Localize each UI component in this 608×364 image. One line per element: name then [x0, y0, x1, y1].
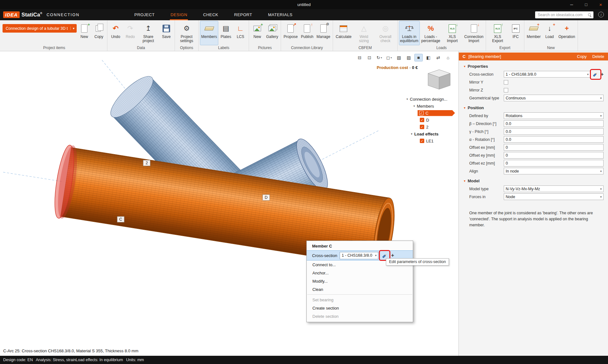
context-add-cross-section-button[interactable]: + — [391, 253, 394, 258]
selected-tree-item[interactable]: ✓ C — [418, 110, 455, 116]
tree-item-le1[interactable]: ✓ LE1 — [406, 137, 458, 144]
ribbon-group-new: + Member ↓+ Load + Operation New — [524, 20, 578, 51]
flip-view-icon[interactable]: ⇄ — [434, 54, 442, 61]
member-label-c[interactable]: C — [117, 217, 124, 222]
info-icon[interactable]: i — [598, 12, 604, 17]
publish-button[interactable]: ↑ Publish — [300, 21, 315, 45]
project-item-dropdown[interactable]: Connection design of a tubular 3D t ▾ — [3, 24, 77, 33]
navigation-cube[interactable] — [428, 70, 450, 89]
new-picture-button[interactable]: + New — [250, 21, 264, 45]
share-project-button[interactable]: ↥ Share project — [138, 21, 159, 45]
checkbox-checked[interactable]: ✓ — [420, 139, 424, 143]
view-shaded-icon[interactable]: ▨ — [405, 54, 413, 61]
alpha-rotation-input[interactable] — [504, 136, 604, 143]
view-wireframe-icon[interactable]: ▧ — [395, 54, 403, 61]
manage-button[interactable]: ⚙ Manage — [315, 21, 331, 45]
section-model[interactable]: ▾ Model — [459, 175, 608, 185]
search-icon[interactable] — [588, 13, 592, 17]
tab-report[interactable]: REPORT — [234, 9, 253, 20]
menu-item-clean[interactable]: Clean — [307, 285, 413, 293]
forces-in-dropdown[interactable]: Node ▾ — [504, 193, 604, 200]
tree-item-member-2[interactable]: ✓ 2 — [406, 123, 458, 130]
loads-in-equilibrium-button[interactable]: Loads in equilibrium — [399, 21, 420, 45]
view-section-icon[interactable]: ◧ — [424, 54, 432, 61]
section-position[interactable]: ▾ Position — [459, 102, 608, 112]
field-model-type: Model type N-Vy-Vz-Mx-My-Mz ▾ — [459, 185, 608, 193]
offset-ey-input[interactable] — [504, 152, 604, 159]
checkbox-checked[interactable]: ✓ — [420, 118, 424, 122]
member-label-2[interactable]: 2 — [143, 160, 150, 166]
new-project-item-button[interactable]: + New — [77, 21, 91, 45]
tree-item-member-d[interactable]: ✓ D — [406, 116, 458, 123]
home-view-icon[interactable]: ⌂ — [444, 54, 452, 61]
defined-by-dropdown[interactable]: Rotations ▾ — [504, 112, 604, 119]
edit-cross-section-button[interactable] — [592, 71, 599, 78]
cross-section-dropdown[interactable]: 1 - CHS168.3/8.0 ▾ — [504, 71, 591, 78]
new-operation-button[interactable]: + Operation — [557, 21, 577, 45]
menu-item-delete-section: Delete section — [307, 312, 413, 320]
context-edit-cross-section-button[interactable] — [381, 252, 388, 259]
checkbox-checked[interactable]: ✓ — [420, 125, 424, 129]
context-cross-section-dropdown[interactable]: 1 - CHS168.3/8.0 ▾ — [340, 252, 378, 259]
zoom-fit-icon[interactable]: ⊡ — [365, 54, 374, 61]
tree-item-member-c[interactable]: ✓ C — [406, 110, 458, 116]
tab-project[interactable]: PROJECT — [134, 9, 155, 20]
geometrical-type-dropdown[interactable]: Continuous ▾ — [504, 95, 604, 101]
tab-check[interactable]: CHECK — [202, 9, 219, 20]
mirror-z-checkbox[interactable] — [504, 88, 508, 92]
tree-members[interactable]: ▾ Members — [406, 103, 458, 110]
tree-root[interactable]: ▾ Connection design... — [406, 96, 458, 103]
search-input[interactable] — [538, 13, 588, 17]
copy-member-button[interactable]: Copy — [577, 54, 586, 59]
loads-percentage-button[interactable]: % Loads - percentage — [420, 21, 441, 45]
xls-import-button[interactable]: XLS↓ XLS Import — [442, 21, 463, 45]
copy-project-item-button[interactable]: Copy — [92, 21, 106, 45]
add-cross-section-button[interactable]: + — [601, 72, 604, 77]
gallery-button[interactable]: Gallery — [265, 21, 279, 45]
menu-item-modify[interactable]: Modify... — [307, 277, 413, 285]
selection-mode-icon[interactable]: ◻▾ — [385, 54, 393, 61]
mirror-y-checkbox[interactable] — [504, 80, 508, 85]
gamma-pitch-input[interactable] — [504, 128, 604, 135]
ribbon: Connection design of a tubular 3D t ▾ + … — [0, 20, 608, 51]
tree-item-label: 2 — [426, 125, 428, 129]
tab-design[interactable]: DESIGN — [170, 9, 188, 20]
propose-button[interactable]: ↗ Propose — [282, 21, 299, 45]
members-labels-button[interactable]: Members — [200, 21, 218, 45]
view-solid-icon[interactable]: ■ — [414, 54, 423, 61]
checkbox-checked[interactable]: ✓ — [419, 111, 424, 115]
tree-load-effects[interactable]: ▾ Load effects — [406, 130, 458, 137]
section-properties[interactable]: ▾ Properties — [459, 60, 608, 70]
menu-item-create-section[interactable]: Create section — [307, 304, 413, 312]
offset-ex-input[interactable] — [504, 144, 604, 151]
save-button[interactable]: Save — [159, 21, 173, 45]
rotate-view-icon[interactable]: ↻▾ — [375, 54, 383, 61]
lcs-labels-button[interactable]: ∟ LCS — [234, 21, 247, 45]
xls-export-button[interactable]: XLS↑ XLS Export — [487, 21, 508, 45]
offset-ez-input[interactable] — [504, 160, 604, 166]
beta-direction-input[interactable] — [504, 120, 604, 127]
minimize-button[interactable]: ─ — [564, 0, 579, 9]
connection-import-button[interactable]: ↓ Connection Import — [464, 21, 484, 45]
new-member-button[interactable]: + Member — [526, 21, 542, 45]
maximize-button[interactable]: □ — [579, 0, 593, 9]
menu-item-anchor[interactable]: Anchor... — [307, 269, 413, 277]
new-load-button[interactable]: ↓+ Load — [543, 21, 557, 45]
project-settings-button[interactable]: ⚙ Project settings — [176, 21, 197, 45]
tree-item-label: D — [426, 118, 429, 122]
model-type-dropdown[interactable]: N-Vy-Vz-Mx-My-Mz ▾ — [504, 185, 604, 192]
pencil-icon — [592, 70, 599, 78]
xls-export-icon: XLS↑ — [492, 22, 503, 35]
tab-materials[interactable]: MATERIALS — [267, 9, 293, 20]
measure-tool-icon[interactable]: ⊟ — [355, 54, 364, 61]
close-button[interactable]: × — [593, 0, 608, 9]
button-label: IFC — [513, 35, 519, 39]
member-label-d[interactable]: D — [263, 195, 270, 200]
align-dropdown[interactable]: In node ▾ — [504, 168, 604, 174]
ifc-icon: IFC — [510, 22, 521, 35]
ifc-export-button[interactable]: IFC IFC — [509, 21, 523, 45]
plates-labels-button[interactable]: ▤ Plates — [219, 21, 233, 45]
undo-button[interactable]: ↶ Undo — [109, 21, 123, 45]
delete-member-button[interactable]: Delete — [592, 54, 604, 59]
calculate-button[interactable]: Calculate — [334, 21, 353, 45]
